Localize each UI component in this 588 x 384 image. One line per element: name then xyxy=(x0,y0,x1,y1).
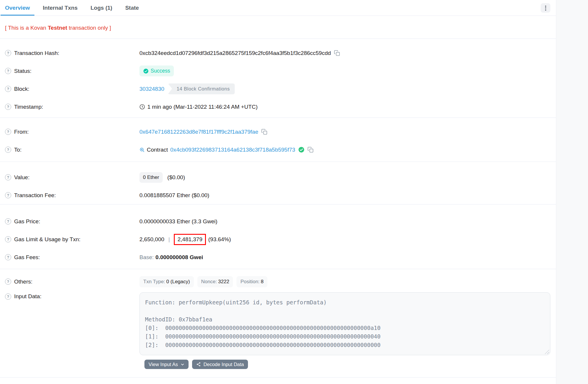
row-label: ? Status: xyxy=(0,68,139,74)
help-icon[interactable]: ? xyxy=(5,174,11,180)
tab-logs[interactable]: Logs (1) xyxy=(86,0,117,16)
field-label: Transaction Hash: xyxy=(14,50,59,56)
help-icon[interactable]: ? xyxy=(5,279,11,285)
tab-state[interactable]: State xyxy=(121,0,143,16)
field-label: Transaction Fee: xyxy=(14,192,56,199)
help-icon[interactable]: ? xyxy=(5,294,11,300)
row-gas-price: ? Gas Price: 0.0000000033 Ether (3.3 Gwe… xyxy=(0,212,556,230)
block-number-link[interactable]: 30324830 xyxy=(139,86,164,92)
row-label: ? Transaction Fee: xyxy=(0,192,139,199)
block-confirmations-badge: 14 Block Confirmations xyxy=(168,83,235,94)
divider xyxy=(0,377,556,378)
position-badge: Position:8 xyxy=(236,276,267,287)
row-timestamp: ? Timestamp: 1 min ago (Mar-11-2022 11:4… xyxy=(0,98,556,116)
section-addresses: ? From: 0x647e7168122263d8e7f81f17fff9c2… xyxy=(0,118,556,162)
more-options-button[interactable] xyxy=(541,3,550,13)
badge-key: Nonce: xyxy=(201,279,217,284)
field-label: Input Data: xyxy=(14,293,41,300)
row-others: ? Others: Txn Type:0 (Legacy) Nonce:3222… xyxy=(0,273,556,291)
separator-bar: | xyxy=(169,236,170,243)
row-value: 30324830 14 Block Confirmations xyxy=(139,83,235,94)
help-icon[interactable]: ? xyxy=(5,104,11,110)
txn-type-badge: Txn Type:0 (Legacy) xyxy=(139,276,194,287)
badge-key: Txn Type: xyxy=(143,279,165,284)
tab-internal-txns[interactable]: Internal Txns xyxy=(39,0,82,16)
status-badge: Success xyxy=(139,66,174,76)
row-from: ? From: 0x647e7168122263d8e7f81f17fff9c2… xyxy=(0,123,556,141)
gas-used-value: 2,481,379 xyxy=(177,236,202,242)
row-label: ? Transaction Hash: xyxy=(0,50,139,56)
row-label: ? Gas Fees: xyxy=(0,254,139,261)
clock-icon xyxy=(139,104,145,110)
field-label: Gas Limit & Usage by Txn: xyxy=(14,236,81,243)
tab-label: Internal Txns xyxy=(43,5,78,11)
view-input-as-button[interactable]: View Input As xyxy=(144,360,189,369)
row-value: 0.0081885507 Ether ($0.00) xyxy=(139,192,209,199)
magnifier-plus-icon[interactable] xyxy=(139,147,145,152)
row-label: ? From: xyxy=(0,129,139,135)
field-label: Value: xyxy=(14,174,29,181)
row-label: ? Gas Limit & Usage by Txn: xyxy=(0,236,139,243)
decode-icon xyxy=(196,362,201,367)
help-icon[interactable]: ? xyxy=(5,86,11,92)
kebab-menu-icon xyxy=(545,6,546,7)
row-gas-limit-usage: ? Gas Limit & Usage by Txn: 2,650,000 | … xyxy=(0,230,556,248)
row-value: 2,650,000 | 2,481,379 (93.64%) xyxy=(139,234,231,245)
field-label: Gas Fees: xyxy=(14,254,40,261)
row-label: ? Input Data: xyxy=(0,293,139,300)
section-others-input: ? Others: Txn Type:0 (Legacy) Nonce:3222… xyxy=(0,269,556,378)
tab-label: Logs (1) xyxy=(91,5,112,11)
input-data-line: [2]: 00000000000000000000000000000000000… xyxy=(145,341,545,349)
row-label: ? Timestamp: xyxy=(0,104,139,110)
row-value: 0.0000000033 Ether (3.3 Gwei) xyxy=(139,218,217,225)
help-icon[interactable]: ? xyxy=(5,218,11,224)
copy-icon[interactable] xyxy=(261,129,267,135)
verified-check-icon xyxy=(298,147,304,153)
button-label: Decode Input Data xyxy=(204,362,244,367)
field-label: Others: xyxy=(14,279,32,285)
row-value: 0xcb324eedcd1d07296fdf3d215a2865275f159c… xyxy=(139,50,340,56)
decode-input-data-button[interactable]: Decode Input Data xyxy=(192,360,248,369)
badge-value: 3222 xyxy=(218,279,229,284)
from-address-link[interactable]: 0x647e7168122263d8e7f81f17fff9c2f1aa379f… xyxy=(139,129,258,135)
section-overview-top: ? Transaction Hash: 0xcb324eedcd1d07296f… xyxy=(0,39,556,118)
row-block: ? Block: 30324830 14 Block Confirmations xyxy=(0,80,556,98)
base-fee-label: Base: xyxy=(139,254,154,261)
help-icon[interactable]: ? xyxy=(5,50,11,56)
usd-value: ($0.00) xyxy=(167,174,185,181)
row-value-ether: ? Value: 0 Ether ($0.00) xyxy=(0,168,556,186)
input-data-textarea[interactable]: Function: performUpkeep(uint256 id, byte… xyxy=(139,292,550,355)
help-icon[interactable]: ? xyxy=(5,192,11,198)
badge-value: 8 xyxy=(261,279,264,284)
field-label: Timestamp: xyxy=(14,104,43,110)
row-label: ? To: xyxy=(0,147,139,153)
help-icon[interactable]: ? xyxy=(5,147,11,153)
help-icon[interactable]: ? xyxy=(5,254,11,260)
gas-used-percent: (93.64%) xyxy=(208,236,231,243)
tab-overview[interactable]: Overview xyxy=(1,0,34,16)
field-label: Block: xyxy=(14,86,29,92)
gas-price-value: 0.0000000033 Ether (3.3 Gwei) xyxy=(139,218,217,225)
testnet-warning: [ This is a Kovan Testnet transaction on… xyxy=(5,25,556,31)
to-address-link[interactable]: 0x4cb093f226983713164a62138c3f718a5b595f… xyxy=(170,147,295,153)
chevron-down-icon xyxy=(181,363,184,366)
section-gas: ? Gas Price: 0.0000000033 Ether (3.3 Gwe… xyxy=(0,204,556,269)
badge-value: 0 (Legacy) xyxy=(166,279,190,284)
check-circle-icon xyxy=(143,68,149,74)
gas-limit-value: 2,650,000 xyxy=(139,236,164,243)
tab-label: Overview xyxy=(5,5,30,11)
help-icon[interactable]: ? xyxy=(5,236,11,242)
help-icon[interactable]: ? xyxy=(5,68,11,74)
status-text: Success xyxy=(151,68,170,74)
button-label: View Input As xyxy=(149,362,178,367)
warning-text: [ This is a Kovan xyxy=(5,25,48,31)
copy-icon[interactable] xyxy=(307,147,314,153)
kebab-menu-icon xyxy=(545,7,546,9)
row-label: ? Gas Price: xyxy=(0,218,139,225)
help-icon[interactable]: ? xyxy=(5,129,11,135)
nonce-badge: Nonce:3222 xyxy=(197,276,233,287)
copy-icon[interactable] xyxy=(334,50,340,56)
input-data-line: Function: performUpkeep(uint256 id, byte… xyxy=(145,298,545,307)
field-label: From: xyxy=(14,129,29,135)
contract-word: Contract xyxy=(147,147,168,153)
